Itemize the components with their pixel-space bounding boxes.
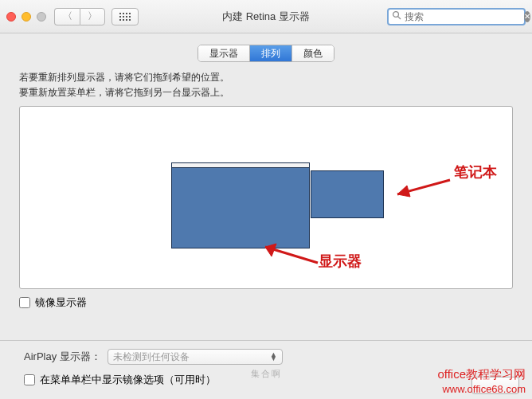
search-field[interactable]: ✕: [387, 8, 526, 25]
svg-point-0: [393, 12, 399, 18]
close-icon[interactable]: [6, 12, 16, 22]
airplay-label: AirPlay 显示器：: [24, 350, 101, 364]
menubar-label: 在菜单单栏中显示镜像选项（可用时）: [40, 373, 216, 387]
forward-button[interactable]: 〉: [80, 8, 105, 25]
fullscreen-icon: [37, 12, 46, 22]
menubar-handle[interactable]: [172, 163, 309, 168]
show-all-button[interactable]: [111, 8, 139, 25]
annotation-monitor: 显示器: [319, 252, 362, 271]
site-title: office教程学习网: [437, 367, 526, 381]
tab-arrangement[interactable]: 排列: [249, 45, 291, 61]
grid-icon: [119, 13, 131, 21]
clear-icon[interactable]: ✕: [524, 11, 530, 22]
annotation-laptop: 笔记本: [454, 162, 497, 182]
titlebar: 〈 〉 内建 Retina 显示器 ✕: [0, 0, 532, 33]
tab-segment: 显示器 排列 颜色: [198, 45, 334, 62]
airplay-row: AirPlay 显示器： 未检测到任何设备 ▲▼: [24, 349, 518, 365]
chevron-right-icon: 〉: [88, 10, 97, 23]
svg-marker-3: [397, 186, 410, 197]
content-area: 若要重新排列显示器，请将它们拖到希望的位置。 要重新放置菜单栏，请将它拖到另一台…: [0, 62, 532, 310]
window-controls: [6, 12, 46, 22]
background-watermark: 集合啊: [251, 368, 282, 380]
menubar-checkbox[interactable]: [24, 374, 35, 385]
airplay-popup[interactable]: 未检测到任何设备 ▲▼: [108, 349, 283, 365]
search-input[interactable]: [405, 11, 524, 22]
nav-segment: 〈 〉: [54, 8, 105, 25]
arrow-monitor-icon: [251, 242, 323, 274]
tab-display[interactable]: 显示器: [198, 45, 249, 61]
svg-line-1: [398, 17, 401, 19]
airplay-value: 未检测到任何设备: [113, 350, 190, 364]
display-secondary[interactable]: [311, 170, 384, 218]
site-watermark: office教程学习网 www.office68.com: [437, 367, 526, 396]
instruction-line-1: 若要重新排列显示器，请将它们拖到希望的位置。: [19, 70, 513, 85]
tab-color[interactable]: 颜色: [291, 45, 334, 61]
back-button[interactable]: 〈: [54, 8, 80, 25]
chevron-left-icon: 〈: [63, 10, 72, 23]
mirror-row: 镜像显示器: [19, 295, 513, 310]
popup-chevron-icon: ▲▼: [270, 353, 277, 362]
mirror-checkbox[interactable]: [19, 297, 30, 308]
instruction-line-2: 要重新放置菜单栏，请将它拖到另一台显示器上。: [19, 85, 513, 100]
minimize-icon[interactable]: [22, 12, 31, 22]
tab-row: 显示器 排列 颜色: [0, 45, 532, 62]
search-icon: [392, 10, 401, 22]
mirror-label: 镜像显示器: [35, 295, 87, 310]
arrangement-canvas[interactable]: 笔记本 显示器: [19, 106, 513, 289]
arrow-laptop-icon: [386, 170, 453, 202]
display-primary[interactable]: [171, 162, 310, 248]
site-url: www.office68.com: [442, 383, 526, 395]
